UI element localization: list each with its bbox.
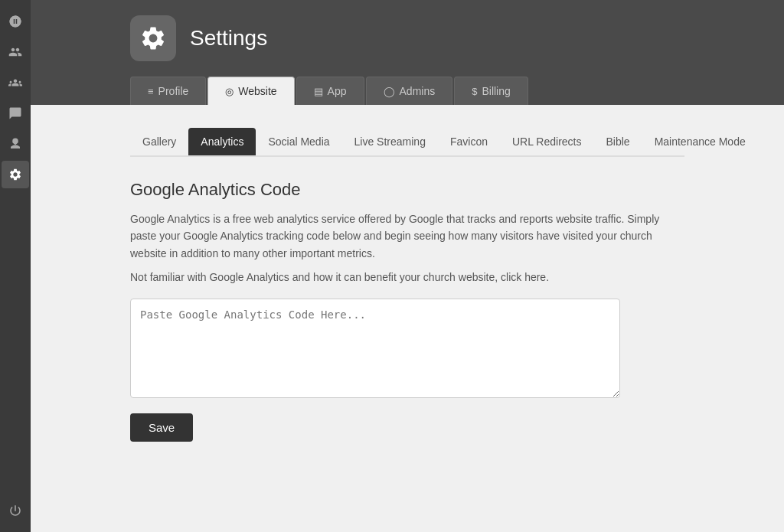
tab-admins-label: Admins (400, 85, 436, 97)
sidebar-item-people[interactable] (2, 38, 29, 66)
tab-admins[interactable]: ◯ Admins (366, 77, 453, 105)
content-area: Gallery Analytics Social Media Live Stre… (31, 105, 784, 532)
sidebar (0, 0, 31, 532)
sub-tab-social-media[interactable]: Social Media (256, 128, 341, 155)
billing-tab-icon: $ (472, 86, 477, 97)
tab-profile[interactable]: ≡ Profile (130, 77, 206, 105)
sub-tab-favicon[interactable]: Favicon (438, 128, 500, 155)
sub-tabs: Gallery Analytics Social Media Live Stre… (130, 128, 684, 157)
sub-tab-gallery[interactable]: Gallery (130, 128, 188, 155)
app-tab-icon: ▤ (314, 86, 323, 97)
sidebar-item-messages[interactable] (2, 100, 29, 127)
tab-profile-label: Profile (158, 85, 189, 97)
sub-tab-bible[interactable]: Bible (593, 128, 642, 155)
sub-tab-live-streaming[interactable]: Live Streaming (342, 128, 438, 155)
settings-gear-icon (139, 24, 167, 52)
section-link-text: Not familiar with Google Analytics and h… (130, 271, 684, 283)
top-header: Settings ≡ Profile ◎ Website ▤ App ◯ Adm… (31, 0, 784, 105)
tab-website[interactable]: ◎ Website (207, 77, 294, 105)
sidebar-item-dashboard[interactable] (2, 8, 29, 35)
main-area: Settings ≡ Profile ◎ Website ▤ App ◯ Adm… (31, 0, 784, 532)
tab-app[interactable]: ▤ App (296, 77, 364, 105)
admins-tab-icon: ◯ (384, 86, 395, 97)
sidebar-item-settings[interactable] (2, 161, 29, 188)
profile-tab-icon: ≡ (148, 86, 154, 97)
sub-tab-analytics[interactable]: Analytics (188, 128, 256, 155)
page-title: Settings (190, 26, 267, 51)
sidebar-item-groups[interactable] (2, 69, 29, 96)
section-description: Google Analytics is a free web analytics… (130, 211, 684, 262)
save-button[interactable]: Save (130, 413, 193, 442)
tab-billing[interactable]: $ Billing (454, 77, 528, 105)
settings-header: Settings (130, 15, 684, 61)
tab-billing-label: Billing (482, 85, 510, 97)
top-tabs: ≡ Profile ◎ Website ▤ App ◯ Admins $ Bil… (130, 77, 684, 105)
website-tab-icon: ◎ (225, 86, 234, 97)
sidebar-item-logout[interactable] (2, 497, 29, 524)
sidebar-item-volunteers[interactable] (2, 130, 29, 158)
tab-website-label: Website (238, 85, 276, 97)
sub-tab-maintenance-mode[interactable]: Maintenance Mode (642, 128, 758, 155)
sub-tab-url-redirects[interactable]: URL Redirects (500, 128, 594, 155)
settings-icon-box (130, 15, 176, 61)
analytics-code-textarea[interactable] (130, 299, 620, 398)
tab-app-label: App (328, 85, 347, 97)
section-title: Google Analytics Code (130, 180, 684, 200)
